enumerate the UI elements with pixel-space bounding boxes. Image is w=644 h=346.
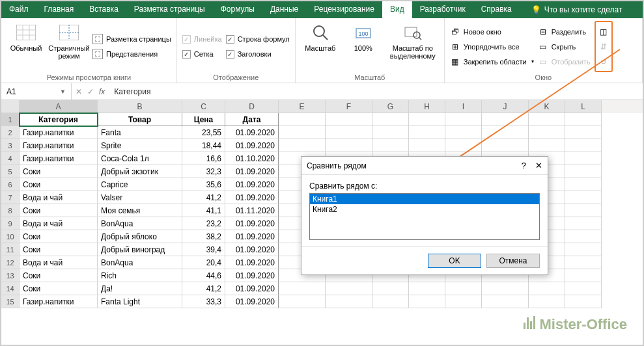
cell[interactable]: 35,6 [182, 178, 225, 191]
cell[interactable] [279, 282, 326, 295]
cell[interactable]: Добрый виноград [98, 243, 182, 256]
cell[interactable] [372, 113, 409, 126]
cell[interactable]: 01.09.2020 [225, 295, 279, 308]
cell[interactable] [482, 126, 529, 139]
tab-вид[interactable]: Вид [382, 1, 412, 18]
row-header[interactable]: 6 [1, 178, 20, 191]
tab-рецензирование[interactable]: Рецензирование [306, 1, 382, 18]
cell[interactable] [409, 295, 445, 308]
cell[interactable] [482, 282, 529, 295]
freeze-panes[interactable]: ▦Закрепить области▾ [450, 55, 534, 68]
cell[interactable]: 41,2 [182, 282, 225, 295]
cell[interactable] [565, 113, 602, 126]
cell[interactable]: Rich [98, 269, 182, 282]
cell[interactable] [565, 282, 602, 295]
cell[interactable]: 01.09.2020 [225, 282, 279, 295]
tab-файл[interactable]: Файл [1, 1, 36, 18]
chk-formula-bar[interactable]: ✓Строка формул [226, 33, 290, 46]
row-header[interactable]: 5 [1, 165, 20, 178]
dialog-titlebar[interactable]: Сравнить рядом ? ✕ [301, 157, 548, 175]
cell[interactable] [279, 139, 326, 152]
close-icon[interactable]: ✕ [535, 161, 542, 170]
tab-вставка[interactable]: Вставка [81, 1, 126, 18]
view-custom[interactable]: Представления [92, 47, 171, 60]
row-header[interactable]: 10 [1, 230, 20, 243]
cell[interactable] [529, 139, 565, 152]
row-header[interactable]: 13 [1, 269, 20, 282]
cell[interactable] [565, 256, 602, 269]
cell[interactable]: Соки [20, 282, 98, 295]
cancel-icon[interactable]: ✕ [76, 87, 82, 96]
cell[interactable]: BonAqua [98, 217, 182, 230]
list-item[interactable]: Книга2 [310, 204, 539, 215]
cell[interactable] [529, 113, 565, 126]
cell[interactable]: 23,2 [182, 217, 225, 230]
col-header[interactable]: E [279, 100, 326, 113]
cell[interactable]: 41,2 [182, 191, 225, 204]
cell[interactable] [326, 139, 372, 152]
cell[interactable]: 01.09.2020 [225, 243, 279, 256]
cell[interactable]: Соки [20, 230, 98, 243]
cell[interactable]: 44,6 [182, 269, 225, 282]
cell[interactable] [565, 217, 602, 230]
cell[interactable] [482, 113, 529, 126]
col-header[interactable]: F [326, 100, 372, 113]
row-header[interactable]: 3 [1, 139, 20, 152]
cell[interactable] [445, 139, 482, 152]
cell[interactable] [372, 295, 409, 308]
select-all-corner[interactable] [1, 100, 20, 113]
cell[interactable]: Fanta Light [98, 295, 182, 308]
cell[interactable]: Valser [98, 191, 182, 204]
cell[interactable]: Добрый яблоко [98, 230, 182, 243]
cell[interactable]: Газир.напитки [20, 126, 98, 139]
cell[interactable]: Цена [182, 113, 225, 126]
compare-listbox[interactable]: Книга1 Книга2 [309, 193, 540, 240]
tell-me[interactable]: 💡 Что вы хотите сделат [524, 1, 630, 18]
cell[interactable]: 01.11.2020 [225, 204, 279, 217]
col-header[interactable]: J [482, 100, 529, 113]
cell[interactable]: 01.09.2020 [225, 139, 279, 152]
cell[interactable]: 01.09.2020 [225, 165, 279, 178]
cell[interactable]: 41,1 [182, 204, 225, 217]
cell[interactable] [529, 295, 565, 308]
cell[interactable]: 01.09.2020 [225, 269, 279, 282]
col-header[interactable]: G [372, 100, 409, 113]
row-header[interactable]: 12 [1, 256, 20, 269]
view-side-by-side[interactable]: ◫ [598, 25, 609, 38]
cell[interactable] [409, 282, 445, 295]
arrange-all[interactable]: ⊞Упорядочить все [450, 40, 534, 53]
row-header[interactable]: 7 [1, 191, 20, 204]
row-header[interactable]: 14 [1, 282, 20, 295]
cancel-button[interactable]: Отмена [486, 254, 540, 268]
chk-gridlines[interactable]: ✓Сетка [182, 47, 222, 60]
col-header[interactable]: K [529, 100, 565, 113]
cell[interactable]: Соки [20, 165, 98, 178]
tab-разработчик[interactable]: Разработчик [412, 1, 473, 18]
cell[interactable]: 20,4 [182, 256, 225, 269]
cell[interactable]: Дата [225, 113, 279, 126]
row-header[interactable]: 11 [1, 243, 20, 256]
cell[interactable]: Соки [20, 243, 98, 256]
cell[interactable]: 33,3 [182, 295, 225, 308]
cell[interactable] [279, 113, 326, 126]
cell[interactable]: Товар [98, 113, 182, 126]
cell[interactable] [279, 295, 326, 308]
col-header[interactable]: C [182, 100, 225, 113]
tab-справка[interactable]: Справка [473, 1, 520, 18]
cell[interactable] [482, 295, 529, 308]
cell[interactable] [372, 126, 409, 139]
enter-icon[interactable]: ✓ [87, 87, 94, 96]
split-window[interactable]: ⊟Разделить [538, 25, 591, 38]
cell[interactable] [565, 243, 602, 256]
ok-button[interactable]: OK [428, 254, 481, 268]
cell[interactable]: 01.09.2020 [225, 126, 279, 139]
cell[interactable]: Fanta [98, 126, 182, 139]
cell[interactable] [326, 295, 372, 308]
formula-input[interactable]: Категория [109, 87, 643, 96]
cell[interactable] [326, 113, 372, 126]
view-normal[interactable]: Обычный [7, 21, 46, 72]
cell[interactable] [565, 152, 602, 165]
cell[interactable] [529, 282, 565, 295]
cell[interactable]: Газир.напитки [20, 152, 98, 165]
cell[interactable]: 01.09.2020 [225, 230, 279, 243]
